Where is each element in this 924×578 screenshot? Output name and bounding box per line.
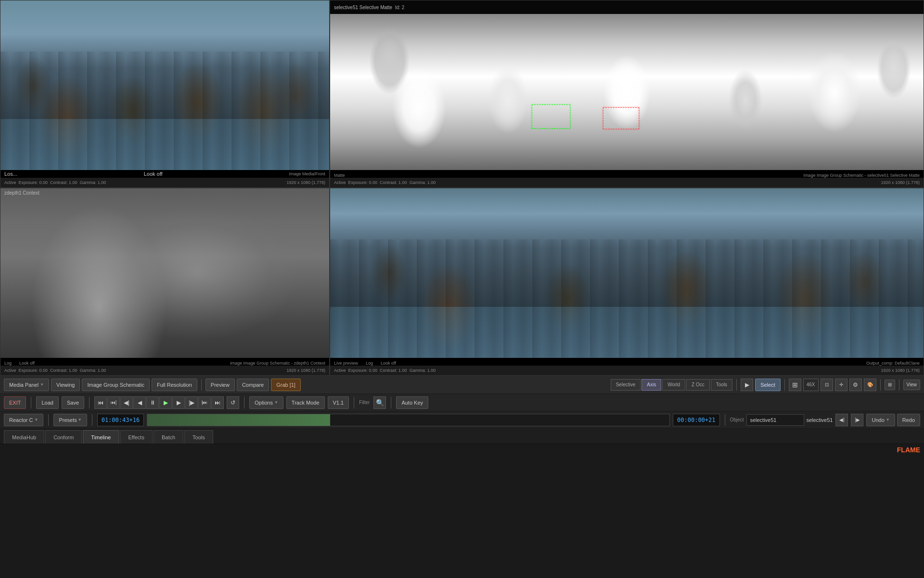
- filter-label: Filter: [359, 400, 370, 405]
- object-prev[interactable]: ◀|: [835, 414, 848, 426]
- undo-button[interactable]: Undo ▼: [866, 414, 895, 426]
- transport-prev-mark[interactable]: ⏮|: [107, 396, 120, 409]
- undo-redo-group: Undo ▼ Redo: [866, 414, 920, 426]
- viewport-br-log: Log: [366, 361, 373, 366]
- reactor-c-button[interactable]: Reactor C ▼: [4, 414, 43, 426]
- transport-back[interactable]: ◀: [133, 396, 146, 409]
- timecode-out[interactable]: 00:00:00+21: [673, 414, 719, 426]
- timeline-fill: [147, 414, 330, 426]
- media-panel-button[interactable]: Media Panel ▼: [4, 379, 49, 391]
- selective-tab[interactable]: Selective: [611, 379, 641, 391]
- auto-key-button[interactable]: Auto Key: [396, 396, 428, 409]
- version-button[interactable]: V1.1: [328, 396, 349, 409]
- sep-t2: [89, 397, 90, 408]
- object-next[interactable]: |▶: [851, 414, 863, 426]
- sep-t4: [354, 397, 354, 408]
- settings-icon[interactable]: ⚙: [849, 379, 862, 391]
- grid-button[interactable]: ⊞: [885, 380, 895, 390]
- full-resolution-button[interactable]: Full Resolution: [152, 379, 197, 391]
- color-icon[interactable]: 🎨: [864, 379, 876, 391]
- options-button[interactable]: Options ▼: [249, 396, 283, 409]
- transport-step-back[interactable]: ◀|: [120, 396, 133, 409]
- nav-icon[interactable]: ✛: [835, 379, 847, 391]
- search-icon[interactable]: 🔍: [373, 396, 386, 409]
- world-tab[interactable]: World: [662, 379, 685, 391]
- presets-button[interactable]: Presets ▼: [53, 414, 87, 426]
- viewport-bl-log: Log: [4, 361, 12, 366]
- tab-timeline[interactable]: Timeline: [83, 430, 119, 444]
- viewport-bl-resolution: 1920 x 1080 (1.778): [286, 368, 325, 373]
- fit-icon[interactable]: ⊡: [821, 379, 833, 391]
- axis-tab[interactable]: Axis: [642, 379, 661, 391]
- viewport-tr-title: selective51 Selective Matte: [334, 5, 392, 10]
- viewport-grid: Los... Look off Image Media/Front Active…: [0, 0, 924, 376]
- matte-selection-green: [532, 105, 570, 129]
- object-field: Object selective51: [730, 414, 833, 426]
- viewport-br-image: [330, 188, 924, 358]
- object-input[interactable]: [746, 414, 804, 426]
- grab-button[interactable]: Grab [1]: [271, 379, 301, 391]
- tools-tab[interactable]: Tools: [711, 379, 732, 391]
- viewport-br-active: Active Exposure: 0.00 Contrast: 1.00 Gam…: [334, 368, 436, 373]
- toolbar-row2: EXIT Load Save ⏮ ⏮| ◀| ◀ ⏸ ▶ ▶ |▶ |⏭ ⏭ ↺…: [0, 394, 924, 411]
- viewport-top-left-image: [0, 0, 329, 170]
- options-arrow: ▼: [274, 400, 278, 405]
- zocc-tab[interactable]: Z Occ: [686, 379, 710, 391]
- viewport-bottom-right[interactable]: Live preview Log Look off Output_comp: D…: [330, 188, 924, 376]
- select-button[interactable]: Select: [755, 379, 781, 391]
- separator-3: [784, 379, 785, 391]
- compare-button[interactable]: Compare: [237, 379, 269, 391]
- tab-tools[interactable]: Tools: [184, 430, 213, 444]
- media-panel-arrow: ▼: [40, 382, 44, 387]
- preview-button[interactable]: Preview: [205, 379, 235, 391]
- image-group-schematic-button[interactable]: Image Group Schematic: [82, 379, 150, 391]
- load-button[interactable]: Load: [36, 396, 58, 409]
- viewport-br-bottom: Active Exposure: 0.00 Contrast: 1.00 Gam…: [330, 366, 924, 375]
- sep-r2: [92, 414, 92, 426]
- layout-icon[interactable]: ⊞: [789, 379, 801, 391]
- reactor-arrow: ▼: [35, 418, 38, 422]
- viewport-top-left[interactable]: Los... Look off Image Media/Front Active…: [0, 0, 330, 188]
- redo-button[interactable]: Redo: [897, 414, 920, 426]
- tab-mediahub[interactable]: MediaHub: [4, 430, 44, 444]
- exit-button[interactable]: EXIT: [4, 396, 26, 409]
- timeline-bar[interactable]: [147, 414, 670, 426]
- track-mode-button[interactable]: Track Mode: [286, 396, 325, 409]
- view-button[interactable]: View: [903, 380, 921, 390]
- separator-4: [880, 379, 881, 391]
- tab-batch[interactable]: Batch: [154, 430, 183, 444]
- object-value: selective51: [806, 417, 833, 423]
- viewport-bl-look: Look off: [19, 361, 35, 366]
- transport-loop[interactable]: ↺: [227, 396, 239, 409]
- viewport-bottom-left[interactable]: zdepth1 Context Log Look off Image Image…: [0, 188, 330, 376]
- status-bar: FLAME: [0, 444, 924, 456]
- viewport-bl-info: Image Image Group Schematic - zdepth1 Co…: [230, 361, 325, 366]
- tab-conform[interactable]: Conform: [45, 430, 82, 444]
- viewing-button[interactable]: Viewing: [51, 379, 80, 391]
- transport-step-fwd[interactable]: |▶: [185, 396, 198, 409]
- timecode-in[interactable]: 01:00:43+16: [97, 414, 144, 426]
- tab-effects[interactable]: Effects: [120, 430, 153, 444]
- separator-1: [201, 379, 202, 391]
- save-button[interactable]: Save: [62, 396, 84, 409]
- transport-next-mark[interactable]: |⏭: [198, 396, 211, 409]
- transport-go-end[interactable]: ⏭: [211, 396, 224, 409]
- cursor-icon-btn[interactable]: ▶: [741, 379, 753, 391]
- transport-forward[interactable]: ▶: [172, 396, 185, 409]
- transport-controls: ⏮ ⏮| ◀| ◀ ⏸ ▶ ▶ |▶ |⏭ ⏭: [94, 396, 224, 409]
- viewport-bl-active: Active Exposure: 0.00 Contrast: 1.00 Gam…: [4, 368, 106, 373]
- sep-r1: [48, 414, 49, 426]
- separator-5: [899, 379, 899, 391]
- tab-bar: MediaHub Conform Timeline Effects Batch …: [0, 429, 924, 444]
- sep-t1: [31, 397, 31, 408]
- selective-tabs: Selective Axis World Z Occ Tools: [611, 379, 732, 391]
- viewport-top-right[interactable]: selective51 Selective Matte Id: 2 Matte …: [330, 0, 924, 188]
- toolbar-right: Selective Axis World Z Occ Tools ▶ Selec…: [611, 379, 920, 391]
- transport-go-start[interactable]: ⏮: [94, 396, 107, 409]
- viewport-tr-resolution: 1920 x 1080 (1.778): [881, 180, 920, 185]
- separator-2: [736, 379, 737, 391]
- zoom-level[interactable]: 46X: [803, 379, 819, 391]
- transport-play[interactable]: ▶: [159, 396, 172, 409]
- viewport-top-left-footer: Los... Look off Image Media/Front: [0, 170, 329, 178]
- transport-pause[interactable]: ⏸: [146, 396, 159, 409]
